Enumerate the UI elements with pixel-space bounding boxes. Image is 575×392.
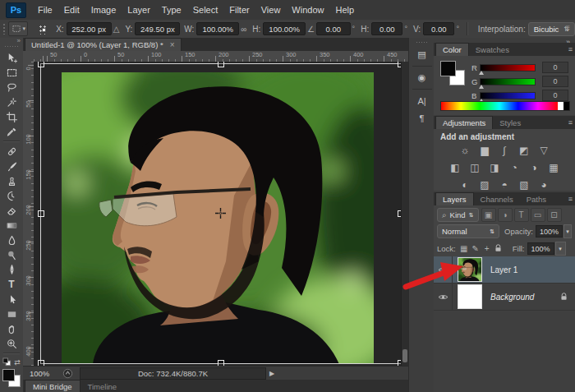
maintain-aspect-ratio-icon[interactable]: ∞ xyxy=(241,25,246,34)
tool-magic-wand[interactable] xyxy=(2,95,21,109)
tool-brush[interactable] xyxy=(2,159,21,173)
color-balance-icon[interactable]: ◫ xyxy=(468,161,482,174)
channel-value[interactable]: 0 xyxy=(542,76,568,87)
default-colors-icon[interactable] xyxy=(2,357,12,367)
levels-icon[interactable]: ▆ xyxy=(478,144,492,157)
tool-type[interactable]: T xyxy=(2,277,21,292)
tab-layers[interactable]: Layers xyxy=(435,192,474,205)
channel-slider[interactable] xyxy=(480,64,536,71)
fill-value[interactable]: 100% xyxy=(527,242,554,255)
dock-grip[interactable] xyxy=(416,41,429,44)
scrollbar-thumb[interactable] xyxy=(402,349,407,362)
canvas-area[interactable] xyxy=(34,62,408,366)
adobe-drive-icon[interactable] xyxy=(62,368,73,379)
tab-adjustments[interactable]: Adjustments xyxy=(435,116,493,129)
filter-adjustment-layers-icon[interactable]: ◑ xyxy=(498,208,513,222)
paragraph-panel-icon[interactable]: ¶ xyxy=(412,109,432,127)
color-panel-swatches[interactable] xyxy=(440,61,465,85)
options-grip[interactable] xyxy=(2,23,5,35)
menu-file[interactable]: File xyxy=(38,5,53,15)
foreground-background-swatches[interactable] xyxy=(2,368,21,388)
threshold-icon[interactable]: ◓ xyxy=(498,178,512,191)
y-position-input[interactable]: 249.50 px xyxy=(135,22,180,35)
tool-hand[interactable] xyxy=(2,321,21,336)
tool-zoom[interactable] xyxy=(2,336,21,351)
zoom-level-field[interactable]: 100% xyxy=(30,369,62,378)
opacity-value[interactable]: 100% xyxy=(536,225,563,238)
document-tab[interactable]: Untitled-1 @ 100% (Layer 1, RGB/8) * × xyxy=(25,38,182,51)
menu-help[interactable]: Help xyxy=(335,5,354,15)
reference-point-locator[interactable] xyxy=(38,24,47,35)
tool-crop[interactable] xyxy=(2,109,21,124)
channel-value[interactable]: 0 xyxy=(542,90,568,101)
tool-rectangular-marquee[interactable] xyxy=(2,65,21,80)
skew-v-input[interactable]: 0.00 xyxy=(423,22,454,35)
fill-caret-icon[interactable]: ▾ xyxy=(555,242,566,256)
ruler-origin-corner[interactable] xyxy=(23,51,34,62)
lock-image-icon[interactable]: ✎ xyxy=(470,244,481,254)
menu-select[interactable]: Select xyxy=(193,5,218,15)
layer-filter-kind-select[interactable]: ⌕ Kind ⇅ xyxy=(437,208,479,222)
lock-all-icon[interactable] xyxy=(493,244,504,254)
close-tab-icon[interactable]: × xyxy=(170,40,175,49)
transform-handle-top-left[interactable] xyxy=(38,62,44,67)
filter-smart-objects-icon[interactable]: ⊡ xyxy=(547,208,562,222)
collapse-tools-icon[interactable]: » xyxy=(0,38,23,44)
channel-value[interactable]: 0 xyxy=(542,62,568,73)
tool-lasso[interactable] xyxy=(2,80,21,95)
channel-mixer-icon[interactable]: ◑ xyxy=(527,161,541,174)
filter-type-layers-icon[interactable]: T xyxy=(514,208,529,222)
transform-handle-bottom-center[interactable] xyxy=(218,360,224,366)
tool-preset-picker[interactable]: ▾ xyxy=(8,21,28,36)
panel-menu-icon[interactable]: ≡ xyxy=(568,45,572,53)
color-spectrum-ramp[interactable] xyxy=(440,101,570,111)
tool-blur[interactable] xyxy=(2,233,21,247)
horizontal-ruler[interactable]: 50050100150200250300350400450500 xyxy=(34,51,408,62)
tool-move[interactable] xyxy=(2,50,21,65)
tool-clone-stamp[interactable] xyxy=(2,173,21,188)
vertical-scrollbar[interactable] xyxy=(401,62,408,366)
tool-path-selection[interactable] xyxy=(2,292,21,307)
panel-menu-icon[interactable]: ≡ xyxy=(568,118,572,127)
hue-saturation-icon[interactable]: ◧ xyxy=(448,161,462,174)
color-lookup-icon[interactable]: ▦ xyxy=(547,161,561,174)
panel-toggle-icon[interactable]: ≡ xyxy=(565,23,570,32)
tool-spot-healing-brush[interactable] xyxy=(2,144,21,159)
menu-image[interactable]: Image xyxy=(91,5,117,15)
transform-reference-point[interactable] xyxy=(215,208,226,219)
menu-edit[interactable]: Edit xyxy=(64,5,80,15)
channel-slider[interactable] xyxy=(480,92,536,99)
foreground-color-swatch[interactable] xyxy=(2,369,15,381)
character-panel-icon[interactable]: A| xyxy=(412,92,432,109)
tab-channels[interactable]: Channels xyxy=(474,193,520,205)
tool-dodge[interactable] xyxy=(2,247,21,262)
document-size-field[interactable]: Doc: 732.4K/880.7K xyxy=(80,367,266,380)
status-flyout-icon[interactable]: ▶ xyxy=(269,370,274,377)
tool-gradient[interactable] xyxy=(2,218,21,233)
tools-grip[interactable] xyxy=(4,45,19,48)
black-and-white-icon[interactable]: ◨ xyxy=(488,161,502,174)
tool-eyedropper[interactable] xyxy=(2,124,21,139)
filter-shape-layers-icon[interactable]: ▭ xyxy=(531,208,545,222)
filter-pixel-layers-icon[interactable]: ▣ xyxy=(481,208,496,222)
x-position-input[interactable]: 252.00 px xyxy=(67,22,112,35)
tab-color[interactable]: Color xyxy=(435,43,469,56)
slider-thumb-icon[interactable] xyxy=(479,85,484,89)
rotation-input[interactable]: 0.00 xyxy=(316,22,351,35)
menu-layer[interactable]: Layer xyxy=(127,5,150,15)
posterize-icon[interactable]: ▨ xyxy=(478,178,492,191)
brightness-contrast-icon[interactable]: ☼ xyxy=(458,144,472,157)
selective-color-icon[interactable]: ◕ xyxy=(537,178,551,191)
photo-filter-icon[interactable]: ◔ xyxy=(508,161,522,174)
lock-transparency-icon[interactable]: ▦ xyxy=(458,244,470,254)
curves-icon[interactable]: ∫ xyxy=(498,144,512,157)
tool-pen[interactable] xyxy=(2,262,21,277)
lock-position-icon[interactable]: + xyxy=(481,244,493,254)
relative-positioning-icon[interactable]: △ xyxy=(113,25,120,34)
tab-timeline[interactable]: Timeline xyxy=(80,380,125,392)
tab-paths[interactable]: Paths xyxy=(520,193,553,205)
tool-rectangle-shape[interactable] xyxy=(2,307,21,321)
slider-thumb-icon[interactable] xyxy=(479,71,484,75)
menu-filter[interactable]: Filter xyxy=(229,5,249,15)
transform-handle-middle-left[interactable] xyxy=(38,210,44,217)
